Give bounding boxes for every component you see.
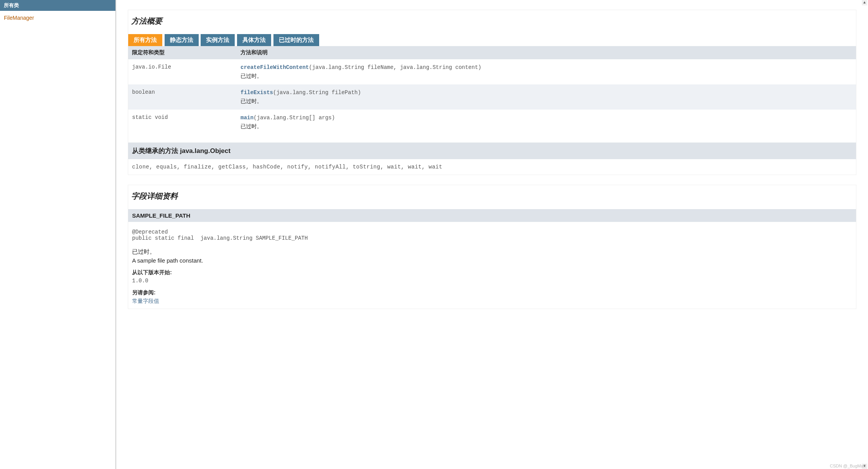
since-label: 从以下版本开始: bbox=[132, 269, 852, 276]
method-name-link[interactable]: createFileWithContent bbox=[241, 64, 309, 70]
tab-static-methods[interactable]: 静态方法 bbox=[165, 34, 199, 46]
method-type: static void bbox=[128, 110, 237, 135]
field-body: @Deprecated public static final java.lan… bbox=[128, 222, 856, 309]
main-content: 方法概要 所有方法 静态方法 实例方法 具体方法 已过时的方法 限定符和类型 方… bbox=[116, 0, 868, 469]
method-name-link[interactable]: fileExists bbox=[241, 89, 273, 96]
field-detail-title: 字段详细资料 bbox=[128, 185, 856, 209]
tab-deprecated-methods[interactable]: 已过时的方法 bbox=[273, 34, 319, 46]
inherited-header: 从类继承的方法 java.lang.Object bbox=[128, 143, 856, 159]
scroll-up-icon[interactable]: ▲ bbox=[862, 0, 867, 5]
sidebar-item-filemanager[interactable]: FileManager bbox=[4, 15, 34, 21]
method-row: java.io.File createFileWithContent(java.… bbox=[128, 59, 856, 84]
method-note: 已过时。 bbox=[241, 123, 852, 130]
method-note: 已过时。 bbox=[241, 98, 852, 105]
sidebar: 所有类 FileManager bbox=[0, 0, 116, 469]
method-params: (java.lang.String[] args) bbox=[254, 115, 335, 121]
watermark: CSDN @_BugMan bbox=[830, 464, 866, 468]
tab-instance-methods[interactable]: 实例方法 bbox=[201, 34, 235, 46]
since-value: 1.0.0 bbox=[132, 278, 852, 284]
col-header-type: 限定符和类型 bbox=[128, 46, 237, 59]
method-summary-table: 限定符和类型 方法和说明 java.io.File createFileWith… bbox=[128, 46, 856, 135]
method-row: boolean fileExists(java.lang.String file… bbox=[128, 84, 856, 110]
field-signature: @Deprecated public static final java.lan… bbox=[132, 229, 852, 241]
method-type: boolean bbox=[128, 84, 237, 110]
field-description-text: A sample file path constant. bbox=[132, 257, 852, 264]
method-name-link[interactable]: main bbox=[241, 115, 254, 121]
inherited-body: clone, equals, finalize, getClass, hashC… bbox=[128, 159, 856, 175]
tab-concrete-methods[interactable]: 具体方法 bbox=[237, 34, 271, 46]
method-desc-cell: fileExists(java.lang.String filePath) 已过… bbox=[237, 84, 856, 110]
sidebar-header: 所有类 bbox=[0, 0, 115, 11]
method-type: java.io.File bbox=[128, 59, 237, 84]
method-params: (java.lang.String filePath) bbox=[273, 89, 361, 96]
tab-all-methods[interactable]: 所有方法 bbox=[128, 34, 162, 46]
col-header-desc: 方法和说明 bbox=[237, 46, 856, 59]
see-also-link[interactable]: 常量字段值 bbox=[132, 298, 159, 304]
method-summary-section: 方法概要 所有方法 静态方法 实例方法 具体方法 已过时的方法 限定符和类型 方… bbox=[128, 10, 856, 175]
field-name-bar: SAMPLE_FILE_PATH bbox=[128, 209, 856, 222]
field-description: 已过时。 A sample file path constant. bbox=[132, 248, 852, 264]
field-deprecated-note: 已过时。 bbox=[132, 248, 852, 256]
field-detail-section: 字段详细资料 SAMPLE_FILE_PATH @Deprecated publ… bbox=[128, 185, 856, 309]
method-params: (java.lang.String fileName, java.lang.St… bbox=[309, 64, 481, 70]
see-also-label: 另请参阅: bbox=[132, 289, 852, 296]
method-row: static void main(java.lang.String[] args… bbox=[128, 110, 856, 135]
method-summary-title: 方法概要 bbox=[128, 10, 856, 34]
method-tabs: 所有方法 静态方法 实例方法 具体方法 已过时的方法 bbox=[128, 34, 856, 46]
method-desc-cell: createFileWithContent(java.lang.String f… bbox=[237, 59, 856, 84]
inherited-methods-box: 从类继承的方法 java.lang.Object clone, equals, … bbox=[128, 143, 856, 175]
method-desc-cell: main(java.lang.String[] args) 已过时。 bbox=[237, 110, 856, 135]
sidebar-body: FileManager bbox=[0, 11, 115, 469]
method-note: 已过时。 bbox=[241, 73, 852, 80]
